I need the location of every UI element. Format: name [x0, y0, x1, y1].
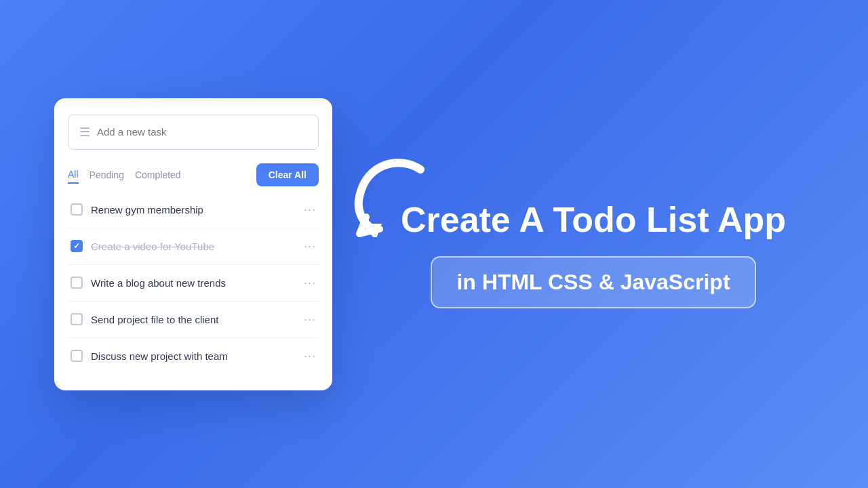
tab-completed[interactable]: Completed [135, 166, 181, 184]
list-item: Renew gym membership ··· [68, 192, 319, 228]
task-checkbox-3[interactable] [71, 277, 83, 289]
tab-pending[interactable]: Pending [90, 166, 124, 184]
task-checkbox-1[interactable] [71, 203, 83, 216]
task-menu-4[interactable]: ··· [304, 312, 316, 327]
promo-subtitle-box: in HTML CSS & JavaScript [431, 256, 755, 308]
task-menu-2[interactable]: ··· [304, 239, 316, 253]
list-item: Create a video for YouTube ··· [68, 228, 319, 265]
task-checkbox-5[interactable] [71, 350, 83, 362]
tab-all[interactable]: All [68, 166, 79, 184]
task-menu-1[interactable]: ··· [304, 203, 316, 217]
filter-row: All Pending Completed Clear All [68, 163, 319, 186]
task-menu-3[interactable]: ··· [304, 276, 316, 290]
promo-panel: Create A Todo List App in HTML CSS & Jav… [332, 180, 814, 309]
task-checkbox-4[interactable] [71, 313, 83, 325]
arrow-icon [346, 149, 434, 237]
task-text-2: Create a video for YouTube [91, 241, 296, 252]
task-input[interactable] [97, 126, 307, 138]
task-text-5: Discuss new project with team [91, 350, 296, 362]
list-item: Discuss new project with team ··· [68, 338, 319, 374]
task-input-icon: ☰ [79, 125, 90, 140]
task-menu-5[interactable]: ··· [304, 349, 316, 363]
task-input-wrapper: ☰ [68, 115, 319, 150]
filter-tabs: All Pending Completed [68, 166, 256, 184]
task-text-3: Write a blog about new trends [91, 277, 296, 289]
task-text-4: Send project file to the client [91, 314, 296, 325]
clear-all-button[interactable]: Clear All [256, 163, 319, 186]
list-item: Write a blog about new trends ··· [68, 265, 319, 302]
todo-card: ☰ All Pending Completed Clear All Renew … [54, 98, 332, 390]
list-item: Send project file to the client ··· [68, 302, 319, 338]
task-list: Renew gym membership ··· Create a video … [68, 192, 319, 374]
task-checkbox-2[interactable] [71, 240, 83, 252]
promo-title: Create A Todo List App [401, 200, 786, 241]
promo-subtitle: in HTML CSS & JavaScript [456, 270, 730, 294]
task-text-1: Renew gym membership [91, 204, 296, 216]
